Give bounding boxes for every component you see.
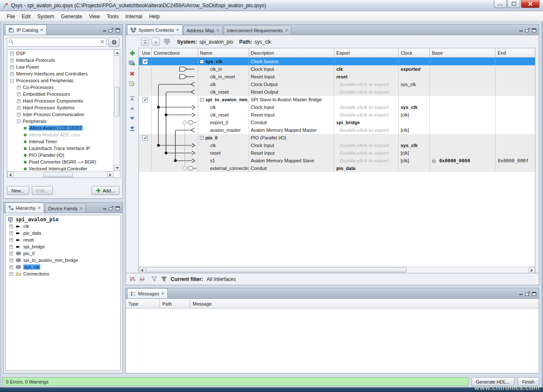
expand-toggle-icon[interactable]: + [17, 92, 21, 96]
end-cell[interactable] [496, 65, 535, 73]
close-tab-icon[interactable] [80, 207, 83, 210]
expand-toggle-icon[interactable]: − [10, 79, 14, 83]
end-cell[interactable] [496, 81, 535, 88]
add-button[interactable]: Add... [91, 186, 119, 195]
ip-tree-item[interactable]: +Interface Protocols [8, 57, 114, 64]
export-cell[interactable] [334, 134, 399, 142]
table-row[interactable]: avalon_masterAvalon Memory Mapped Master… [139, 126, 535, 134]
end-cell[interactable] [496, 119, 535, 126]
expand-toggle-icon[interactable]: + [10, 65, 14, 69]
menu-edit[interactable]: Edit [18, 12, 34, 21]
hierarchy-item[interactable]: +reset [6, 236, 120, 243]
panel-maximize-icon[interactable] [116, 206, 120, 210]
ip-tree-item[interactable]: Vectored Interrupt Controller [8, 165, 114, 171]
column-header-type[interactable]: Type [126, 299, 160, 308]
clock-cell[interactable] [399, 134, 430, 142]
table-row[interactable]: clk_resetReset OutputDouble-click to exp… [139, 88, 535, 96]
tab-device-family[interactable]: Device Family [45, 203, 86, 213]
clock-cell[interactable]: [clk] [399, 126, 430, 134]
base-cell[interactable] [430, 73, 496, 81]
column-header-connections[interactable]: Connections [152, 48, 198, 57]
hierarchy-root[interactable]: spi_avalon_pio [6, 216, 120, 223]
menu-view[interactable]: View [86, 12, 103, 21]
ip-tree-item[interactable]: +Hard Processor Components [8, 97, 114, 104]
base-cell[interactable] [430, 88, 496, 96]
table-row[interactable]: resetReset InputDouble-click to export[c… [139, 149, 535, 157]
scroll-down-icon[interactable] [114, 165, 120, 171]
menu-generate[interactable]: Generate [58, 12, 86, 21]
expand-toggle-icon[interactable]: + [9, 225, 13, 228]
close-tab-icon[interactable] [40, 28, 43, 31]
export-cell[interactable]: Double-click to export [334, 88, 399, 96]
column-header-end[interactable]: End [496, 48, 535, 57]
scroll-left-icon[interactable] [139, 267, 145, 273]
panel-maximize-icon[interactable] [532, 292, 536, 296]
clock-cell[interactable]: [clk] [399, 157, 430, 164]
table-row[interactable]: −pio_0PIO (Parallel I/O) [139, 134, 535, 142]
move-down-button[interactable] [128, 115, 136, 122]
expand-toggle-icon[interactable]: − [17, 120, 21, 123]
menu-system[interactable]: System [34, 12, 58, 21]
clock-cell[interactable]: [clk] [399, 111, 430, 119]
table-row[interactable]: −spi_to_avalon_mm_...SPI Slave to Avalon… [139, 96, 535, 103]
move-up-button[interactable] [152, 38, 160, 46]
add-system-button[interactable] [128, 60, 136, 67]
filter-disabled-icon[interactable] [161, 276, 167, 282]
ip-tree-item[interactable]: Altera Modular ADC core [8, 131, 114, 138]
clock-cell[interactable]: exported [399, 65, 430, 73]
close-tab-icon[interactable] [176, 28, 179, 31]
ip-tree-item[interactable]: +Embedded Processors [8, 91, 114, 97]
clock-cell[interactable] [399, 96, 430, 103]
end-cell[interactable]: 0x0000_000f [496, 157, 535, 164]
base-cell[interactable] [430, 126, 496, 134]
maximize-button[interactable] [507, 0, 520, 8]
collapse-icon[interactable]: − [200, 98, 204, 102]
base-cell[interactable] [430, 164, 496, 172]
column-header-clock[interactable]: Clock [399, 48, 430, 57]
table-row[interactable]: clkClock InputDouble-click to exportsys_… [139, 103, 535, 111]
clock-cell[interactable] [399, 88, 430, 96]
scroll-left-icon[interactable] [7, 172, 14, 178]
tab-address-map[interactable]: Address Map [183, 25, 223, 35]
catalog-settings-button[interactable] [108, 37, 119, 47]
column-header-name[interactable]: Name [198, 48, 249, 57]
ip-tree-item[interactable]: +Hard Processor Systems [8, 104, 114, 111]
panel-minimize-icon[interactable] [103, 28, 107, 32]
panel-minimize-icon[interactable] [519, 28, 523, 32]
base-cell[interactable] [430, 103, 496, 111]
hierarchy-item[interactable]: +pio_0 [6, 250, 120, 257]
hierarchy-item[interactable]: +clk [6, 223, 120, 230]
expand-toggle-icon[interactable]: + [9, 238, 13, 242]
expand-toggle-icon[interactable]: + [17, 86, 21, 89]
ip-tree-item[interactable]: −Processors and Peripherals [8, 77, 114, 84]
ip-tree-item[interactable]: +Inter-Process Communication [8, 111, 114, 118]
ip-tree-item[interactable]: +Low Power [8, 64, 114, 70]
end-cell[interactable] [496, 164, 535, 172]
panel-maximize-icon[interactable] [532, 28, 536, 32]
end-cell[interactable] [496, 134, 535, 142]
column-header-use[interactable]: Use [139, 48, 152, 57]
end-cell[interactable] [496, 149, 535, 157]
base-cell[interactable] [430, 119, 496, 126]
column-header-description[interactable]: Description [249, 48, 334, 57]
remove-button[interactable] [128, 70, 136, 77]
tab-messages[interactable]: Messages [127, 288, 168, 298]
ip-tree-item[interactable]: Altera Avalon LCD 16207 [8, 125, 114, 131]
close-button[interactable] [521, 0, 540, 8]
export-cell[interactable]: Double-click to export [334, 149, 399, 157]
hierarchy-item[interactable]: +pio_data [6, 230, 120, 236]
scrollbar-thumb[interactable] [43, 172, 73, 177]
clock-cell[interactable] [399, 73, 430, 81]
collapse-icon[interactable]: − [200, 60, 204, 64]
table-row[interactable]: external_connectionConduitpio_data [139, 164, 535, 172]
tab-hierarchy[interactable]: Hierarchy [5, 203, 44, 213]
base-cell[interactable] [430, 58, 496, 65]
move-up-button-side[interactable] [128, 105, 136, 112]
tab-ip-catalog[interactable]: IP Catalog [5, 25, 47, 35]
base-cell[interactable] [430, 111, 496, 119]
base-cell[interactable] [430, 134, 496, 142]
end-cell[interactable] [496, 126, 535, 134]
move-to-bottom-button[interactable] [128, 125, 136, 132]
expand-toggle-icon[interactable]: + [9, 259, 13, 262]
expand-toggle-icon[interactable]: + [9, 272, 13, 276]
